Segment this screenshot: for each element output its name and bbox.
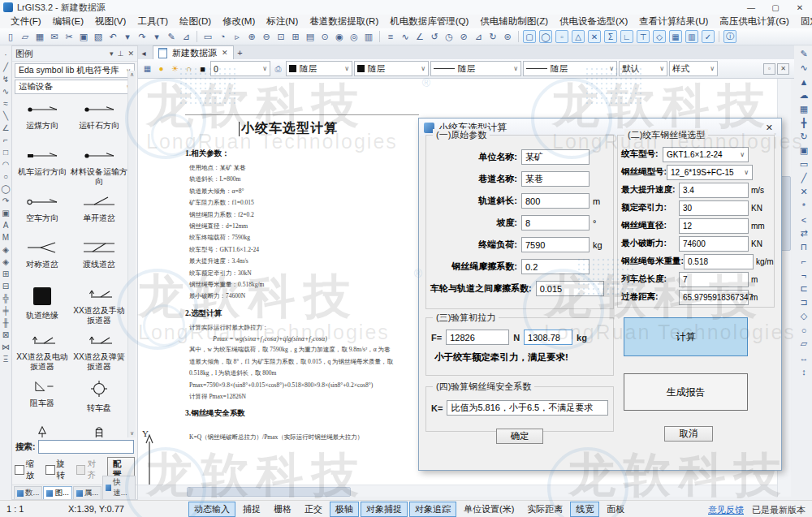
select-cursor-icon[interactable]: ▹ [231, 30, 244, 43]
symbol-item[interactable]: 材料设备运输方向 [71, 143, 127, 189]
symbol-item[interactable]: 渡线道岔 [71, 235, 127, 282]
copy-object-icon[interactable]: ∿ [797, 61, 810, 75]
symbol-library-select[interactable]: Eda symbol lib 机电符号库 ∨ [15, 63, 135, 78]
node-select-icon[interactable]: ⊠ [1, 329, 11, 341]
join-icon[interactable]: < [797, 213, 810, 226]
insert-block-icon[interactable]: ◈ [1, 256, 11, 268]
copy-icon[interactable]: ▣ [77, 30, 90, 43]
panel-pin-icon[interactable]: ⊥ [118, 50, 124, 58]
menu-item[interactable]: 供电设备选型(X) [554, 15, 633, 28]
rect-tool-icon[interactable]: ▢ [523, 30, 536, 43]
panel-tab[interactable]: 快速... [102, 476, 136, 499]
tee-tool-icon[interactable]: ⊤ [637, 30, 650, 43]
symbol-category-select[interactable]: 运输设备 ∨ [15, 80, 135, 94]
link-icon[interactable]: ⋈ [1, 341, 11, 353]
rope-model-select[interactable]: 12_6*19S+FC-15 [667, 165, 753, 180]
close-button[interactable]: ✕ [788, 1, 812, 15]
pan-icon[interactable]: ◔ [216, 30, 229, 43]
symbol-item[interactable]: 运煤方向 [14, 97, 71, 143]
hatch-icon[interactable]: ○ [797, 323, 810, 337]
new-tab-button[interactable]: + [234, 46, 247, 59]
layer-lock-icon[interactable]: ∩ [183, 62, 195, 75]
layer-manager-icon[interactable]: ◉ [333, 30, 346, 43]
option-checkbox[interactable]: 对齐 [76, 459, 104, 481]
gradient-icon[interactable]: ▱ [797, 337, 810, 351]
track-length-input[interactable]: 800 [521, 193, 590, 209]
table-icon[interactable]: ▤ [304, 30, 317, 43]
symbol-item[interactable]: 机车运行方向 [14, 143, 71, 189]
rated-traction-input[interactable]: 30 [679, 200, 749, 216]
canvas-horizontal-scrollbar[interactable] [138, 485, 777, 497]
zoom-window-icon[interactable]: ⊡ [274, 30, 287, 43]
symbol-item[interactable]: 单开道岔 [71, 189, 127, 235]
open-file-icon[interactable]: ▱ [19, 30, 32, 43]
menu-item[interactable]: 视图(V) [89, 15, 132, 28]
tension-n-input[interactable]: 12826 [446, 330, 509, 345]
min-breaking-force-input[interactable]: 74600 [679, 236, 749, 252]
text-style-select[interactable]: 样式 ∨ [669, 61, 718, 76]
triangle-icon[interactable]: ⊿ [472, 30, 485, 43]
symbol-item[interactable]: 阻车器 [14, 374, 71, 420]
menu-item[interactable]: 机电数据库管理(Q) [384, 15, 474, 28]
symbol-item[interactable]: XX道岔及弹簧扳道器 [71, 328, 127, 374]
panel-tab[interactable]: 图... [43, 486, 71, 499]
undo-icon[interactable]: ↶ [106, 30, 119, 43]
arc-icon[interactable]: ◠ [1, 158, 11, 170]
menu-item[interactable]: 固定及运输设备选型(Y) [795, 15, 812, 28]
cut-icon[interactable]: ✂ [63, 30, 76, 43]
rope-diameter-input[interactable]: 12 [679, 218, 749, 234]
symbol-item[interactable]: 对称道岔 [14, 235, 71, 282]
tab-close-icon[interactable]: ✕ [222, 49, 228, 57]
chamfer-icon[interactable]: ¬ [797, 268, 810, 282]
status-toggle-button[interactable]: 正交 [299, 502, 328, 517]
scale-icon[interactable]: ▣ [797, 144, 810, 157]
cancel-button[interactable]: 取消 [664, 426, 713, 442]
menu-item[interactable]: 绘图(D) [174, 15, 217, 28]
rotate-view-icon[interactable]: ↺ [428, 30, 441, 43]
winch-model-select[interactable]: GKT1.6×1.2-24 [663, 147, 749, 162]
grid-tool-icon[interactable]: ▦ [669, 30, 682, 43]
match-properties-icon[interactable]: ✎ [165, 30, 178, 43]
status-toggle-button[interactable]: 栅格 [268, 502, 297, 517]
redo-dropdown-icon[interactable]: ▾ [150, 30, 163, 43]
layer-frame-icon[interactable]: ▦ [141, 62, 153, 75]
move-icon[interactable]: ╋ [797, 116, 810, 130]
layer-freeze-sun-icon[interactable]: ☀ [169, 62, 181, 75]
pillar-icon[interactable]: Ξ [1, 353, 11, 365]
calculate-button[interactable]: 计算 [624, 317, 748, 356]
node-add-icon[interactable]: ⊞ [1, 268, 11, 280]
status-toggle-button[interactable]: 对象捕捉 [361, 502, 408, 517]
angle-line-icon[interactable]: ∠ [1, 122, 11, 134]
array-icon[interactable]: ▦ [797, 102, 810, 116]
mtext-icon[interactable]: M [1, 231, 11, 243]
trim-icon[interactable]: ⊓ [797, 240, 810, 254]
info-icon[interactable]: ⓘ [723, 30, 736, 43]
symbol-item[interactable]: 转车盘 [71, 374, 127, 420]
diamond-tool-icon[interactable]: ◇ [653, 30, 666, 43]
previous-view-icon[interactable]: ⊙ [318, 30, 331, 43]
layout-icon[interactable]: ▥ [362, 30, 375, 43]
status-toggle-button[interactable]: 捕捉 [237, 502, 266, 517]
break-point-icon[interactable]: * [797, 199, 810, 213]
canvas-restore-button[interactable]: ▫ [763, 63, 775, 75]
spline-icon[interactable]: ∿ [1, 85, 11, 97]
save-icon[interactable]: ▦ [33, 30, 46, 43]
flip-icon[interactable]: ⇄ [797, 226, 810, 240]
dialog-close-icon[interactable]: ✕ [762, 123, 776, 133]
rope-friction-input[interactable]: 0.2 [521, 259, 590, 274]
overwind-distance-input[interactable]: 65.9795918367347 [679, 290, 749, 305]
send-mail-icon[interactable]: ✉ [48, 30, 61, 43]
no-plot-icon[interactable]: ⊘ [457, 30, 470, 43]
status-toggle-button[interactable]: 实际距离 [521, 502, 568, 517]
symbol-item[interactable]: 运矸石方向 [71, 97, 127, 143]
printer-icon[interactable]: ⎙ [272, 62, 284, 75]
region-icon[interactable]: ▣ [1, 207, 11, 219]
layer-states-icon[interactable]: ◎ [348, 30, 361, 43]
erase-icon[interactable]: ✎ [797, 47, 810, 61]
distance-icon[interactable]: ≡ [384, 30, 397, 43]
unit-name-input[interactable]: 某矿 [521, 149, 590, 165]
panel-close-icon[interactable]: ✕ [127, 50, 134, 58]
checkbox-icon[interactable] [76, 465, 86, 475]
train-length-input[interactable]: 7 [679, 272, 749, 287]
ray-icon[interactable]: ╲ [1, 110, 11, 122]
